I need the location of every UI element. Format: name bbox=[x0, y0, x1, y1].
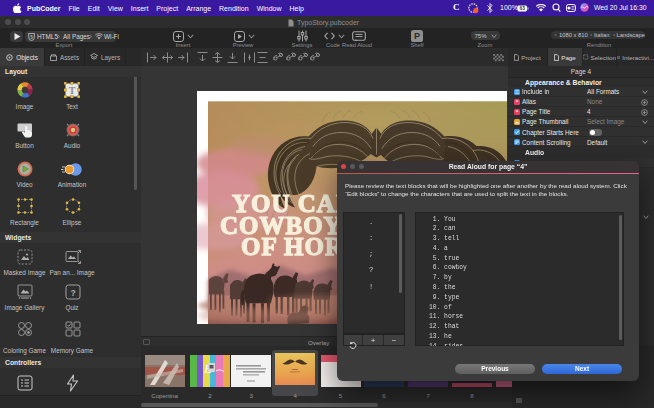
svg-text:63: 63 bbox=[520, 6, 526, 11]
svg-text:5: 5 bbox=[30, 35, 33, 40]
svg-text:?: ? bbox=[70, 288, 75, 298]
svg-text:P: P bbox=[414, 31, 420, 41]
svg-text:“: “ bbox=[515, 99, 518, 105]
svg-text:“: “ bbox=[515, 109, 518, 115]
svg-text:T: T bbox=[69, 85, 76, 96]
